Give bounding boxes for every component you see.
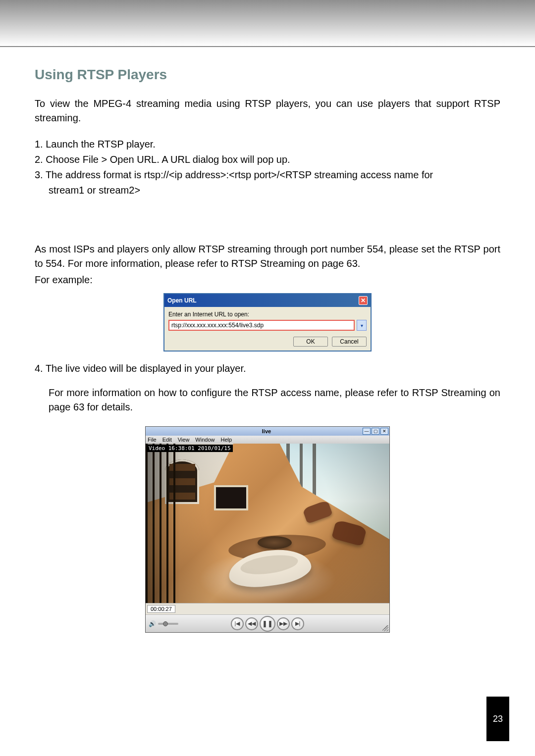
menu-file[interactable]: File [148, 437, 157, 443]
speaker-icon: 🔊 [149, 620, 156, 627]
menu-help[interactable]: Help [220, 437, 232, 443]
open-url-dialog-wrap: Open URL ✕ Enter an Internet URL to open… [35, 293, 500, 352]
resize-grip-icon[interactable] [382, 625, 388, 631]
player-title: live [170, 428, 363, 434]
cancel-button[interactable]: Cancel [332, 337, 367, 347]
player-controls: 🔊 |◀ ◀◀ ❚❚ ▶▶ ▶| [146, 614, 389, 632]
dropdown-icon[interactable]: ▾ [357, 320, 367, 331]
volume-control[interactable]: 🔊 [149, 620, 178, 627]
menu-edit[interactable]: Edit [162, 437, 172, 443]
step-3-line2: stream1 or stream2> [35, 183, 500, 198]
page-content: Using RTSP Players To view the MPEG-4 st… [0, 47, 535, 633]
step-2: 2. Choose File > Open URL. A URL dialog … [35, 152, 500, 167]
pause-button[interactable]: ❚❚ [260, 616, 275, 632]
video-area: Video 16:38:01 2010/01/15 [146, 444, 389, 603]
open-url-dialog: Open URL ✕ Enter an Internet URL to open… [163, 293, 372, 352]
step-4: 4. The live video will be displayed in y… [35, 361, 500, 376]
steps-list: 1. Launch the RTSP player. 2. Choose Fil… [35, 137, 500, 198]
forward-button[interactable]: ▶▶ [277, 617, 290, 630]
video-timestamp-overlay: Video 16:38:01 2010/01/15 [147, 445, 233, 452]
step-1: 1. Launch the RTSP player. [35, 137, 500, 151]
page-number: 23 [486, 697, 509, 741]
menu-view[interactable]: View [178, 437, 190, 443]
volume-slider[interactable] [158, 623, 178, 625]
step-4-continued: For more information on how to configure… [35, 386, 500, 414]
close-icon[interactable]: ✕ [359, 296, 368, 305]
dialog-input-row: rtsp://xxx.xxx.xxx.xxx:554/live3.sdp ▾ [168, 320, 367, 331]
dialog-titlebar: Open URL ✕ [164, 294, 371, 307]
url-input-prefix: rtsp://xxx.xxx.xxx.xxx:554/ [171, 322, 240, 329]
progress-time: 00:00:27 [147, 605, 175, 613]
prev-button[interactable]: |◀ [231, 617, 244, 630]
player-menubar: File Edit View Window Help [146, 436, 389, 444]
window-buttons: — ▢ ✕ [363, 428, 388, 435]
section-heading: Using RTSP Players [35, 67, 500, 83]
maximize-icon[interactable]: ▢ [372, 428, 379, 435]
for-example-label: For example: [35, 273, 500, 287]
isp-note: As most ISPs and players only allow RTSP… [35, 242, 500, 271]
dialog-buttons: OK Cancel [168, 337, 367, 347]
next-button[interactable]: ▶| [291, 617, 304, 630]
dialog-body: Enter an Internet URL to open: rtsp://xx… [164, 307, 371, 351]
player-wrap: live — ▢ ✕ File Edit View Window Help [35, 426, 500, 633]
minimize-icon[interactable]: — [363, 428, 371, 435]
playback-buttons: |◀ ◀◀ ❚❚ ▶▶ ▶| [231, 616, 304, 632]
rewind-button[interactable]: ◀◀ [245, 617, 258, 630]
step-3-line1: 3. The address format is rtsp://<ip addr… [35, 168, 500, 182]
menu-window[interactable]: Window [195, 437, 214, 443]
media-player-window: live — ▢ ✕ File Edit View Window Help [145, 426, 390, 633]
header-gradient [0, 0, 535, 47]
dialog-title-text: Open URL [167, 297, 197, 304]
close-window-icon[interactable]: ✕ [380, 428, 388, 435]
player-titlebar: live — ▢ ✕ [146, 427, 389, 436]
video-vignette [146, 444, 389, 603]
ok-button[interactable]: OK [293, 337, 328, 347]
dialog-url-label: Enter an Internet URL to open: [168, 311, 367, 318]
url-input[interactable]: rtsp://xxx.xxx.xxx.xxx:554/live3.sdp [168, 320, 355, 331]
intro-paragraph: To view the MPEG-4 streaming media using… [35, 97, 500, 125]
volume-thumb[interactable] [163, 621, 168, 626]
player-progress-bar: 00:00:27 [146, 603, 389, 614]
url-input-suffix: live3.sdp [240, 322, 264, 329]
